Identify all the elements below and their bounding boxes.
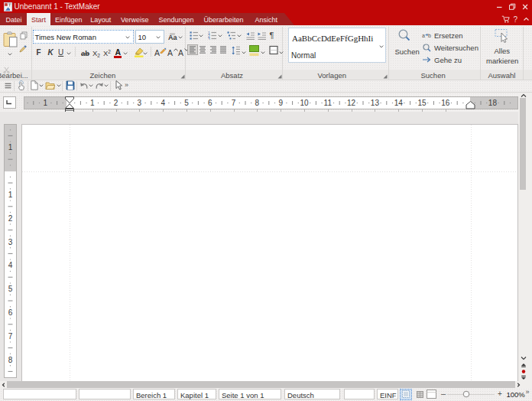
svg-text:16: 16 [441,99,450,107]
svg-text:5: 5 [184,99,189,107]
svg-text:3: 3 [138,99,142,107]
svg-text:18: 18 [488,99,498,107]
svg-text:9: 9 [278,99,283,107]
svg-text:b: b [428,33,431,38]
svg-text:8: 8 [255,99,260,107]
svg-text:8: 8 [8,356,13,364]
svg-text:?: ? [514,15,518,24]
svg-text:3: 3 [8,238,13,246]
svg-text:1: 1 [43,99,47,107]
svg-text:12: 12 [347,99,356,107]
svg-text:1: 1 [90,99,95,107]
svg-text:11: 11 [324,99,332,107]
svg-text:4: 4 [161,99,165,107]
svg-text:4: 4 [8,261,13,269]
svg-text:6: 6 [8,308,13,317]
svg-text:2: 2 [8,214,13,223]
svg-text:13: 13 [371,99,380,107]
svg-text:7: 7 [232,99,236,107]
svg-text:10: 10 [300,99,309,107]
svg-text:2: 2 [114,99,118,107]
svg-text:1: 1 [8,191,13,199]
svg-text:5: 5 [8,285,13,293]
svg-text:7: 7 [8,332,13,341]
svg-text:6: 6 [208,99,212,107]
svg-text:14: 14 [394,99,404,107]
svg-text:3: 3 [208,37,210,41]
svg-text:a: a [422,33,425,38]
svg-text:15: 15 [417,99,427,107]
svg-text:1: 1 [8,143,13,152]
